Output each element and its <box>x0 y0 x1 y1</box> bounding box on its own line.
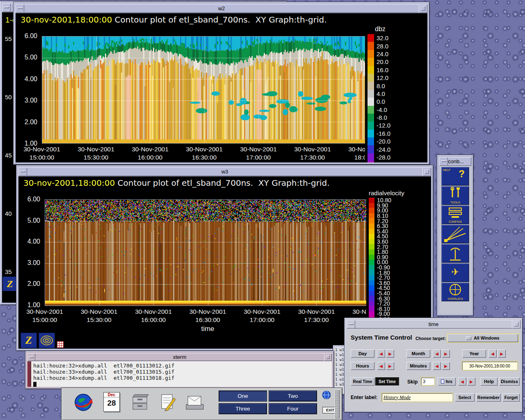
window-w2[interactable]: w2 30-nov-2001,18:00:00 Contour plot of … <box>14 2 429 164</box>
window-menu-button[interactable] <box>2 3 11 12</box>
real-time-button[interactable]: Real Time <box>351 377 374 386</box>
overlays-icon-label: OVERLAYS <box>442 297 469 300</box>
day-next-button[interactable]: ▶ <box>386 349 394 358</box>
beam-icon[interactable] <box>442 225 469 243</box>
window-menu-button[interactable] <box>27 353 35 361</box>
skip-back-button[interactable]: ◀ <box>458 377 466 386</box>
x-tick-date: 30-Nov-2001 <box>182 145 227 153</box>
w3-titlebar[interactable]: w3 <box>18 167 431 176</box>
skip-unit-menu[interactable]: hrs <box>438 377 456 386</box>
iconbox-titlebar[interactable]: iconb... <box>439 157 471 166</box>
workspace-button-four[interactable]: Four <box>269 404 317 414</box>
help-icon[interactable]: HELP ? <box>442 167 469 185</box>
colorbar-entry: -28.0 <box>368 153 426 161</box>
datetime-field[interactable]: 30-Nov-2001,18:00:00 <box>462 362 517 370</box>
x-axis-tick: 30-Nov-2001 15:30:00 <box>73 145 119 162</box>
file-manager-icon[interactable] <box>130 394 149 413</box>
skip-label: Skip <box>407 379 418 385</box>
minutes-prev-button[interactable]: ◀ <box>433 362 441 370</box>
forget-button[interactable]: Forget <box>502 393 520 402</box>
colorbar-entry <box>368 161 426 162</box>
window-maximize-button[interactable] <box>512 320 520 329</box>
hours-button[interactable]: Hours <box>351 362 374 370</box>
time-window-title: time <box>429 321 439 327</box>
remember-button[interactable]: Remember <box>476 393 501 402</box>
hours-next-button[interactable]: ▶ <box>386 362 394 370</box>
zebra-logo-icon[interactable]: Z <box>3 277 17 291</box>
colorbar-entry: 24.0 <box>368 50 426 58</box>
month-button[interactable]: Month <box>406 349 430 358</box>
window-maximize-button[interactable] <box>422 167 431 176</box>
w2-x-axis: 30-Nov-2001 15:00:00 30-Nov-2001 15:30:0… <box>19 145 389 162</box>
window-maximize-button[interactable] <box>324 353 332 361</box>
x-axis-tick: 30-Nov-2001 16:00:00 <box>128 145 173 162</box>
dismiss-button[interactable]: Dismiss <box>499 377 520 386</box>
panel-handle[interactable] <box>335 390 340 418</box>
select-button[interactable]: Select <box>455 393 475 402</box>
skip-forward-button[interactable]: ▶ <box>467 377 475 386</box>
text-item: 5.00 <box>16 54 39 61</box>
w2-titlebar[interactable]: w2 <box>16 4 427 13</box>
window-iconbox[interactable]: iconb... HELP ? TOOLS <box>437 155 473 316</box>
window-time[interactable]: time System Time Control Choose target: … <box>345 318 523 412</box>
minutes-next-button[interactable]: ▶ <box>442 362 450 370</box>
text-item: hail:houze:33>xdump.all etl700_01113015.… <box>33 369 174 375</box>
aircraft-icon[interactable]: ✈ <box>442 264 469 282</box>
label-field[interactable]: History Mode <box>382 393 452 402</box>
grid-tool-icon[interactable] <box>57 341 64 348</box>
globe-status-icon[interactable] <box>322 390 331 402</box>
window-menu-button[interactable] <box>439 157 448 166</box>
x-tick-time: 15:30:00 <box>77 316 122 324</box>
overlays-icon[interactable]: OVERLAYS <box>442 283 469 301</box>
zebra-logo-icon[interactable]: Z <box>21 333 37 348</box>
terminal-area[interactable]: hail:houze:32>xdump.all etl700_01113012.… <box>27 361 332 387</box>
colorbar-swatch <box>369 255 374 260</box>
day-prev-button[interactable]: ◀ <box>377 349 385 358</box>
window-maximize-button[interactable] <box>419 4 427 13</box>
minutes-button[interactable]: Minutes <box>406 362 430 370</box>
hours-prev-button[interactable]: ◀ <box>377 362 385 370</box>
web-browser-icon[interactable] <box>73 392 94 414</box>
colorbar-entry: 32.0 <box>368 34 426 42</box>
year-button[interactable]: Year <box>462 349 486 358</box>
tools-icon[interactable]: TOOLS <box>442 187 469 205</box>
set-time-button[interactable]: Set Time <box>375 377 399 386</box>
contour-tool-icon[interactable] <box>39 333 55 348</box>
antenna-icon[interactable] <box>442 244 469 262</box>
window-menu-button[interactable] <box>18 167 27 176</box>
w2-plot-canvas[interactable] <box>42 37 366 143</box>
workspace-button-two[interactable]: Two <box>269 391 317 401</box>
skip-field[interactable]: 3 <box>421 378 434 385</box>
colorbar-swatch <box>369 203 374 208</box>
workspace-button-one[interactable]: One <box>219 391 267 401</box>
x-tick-date: 30-Nov-2001 <box>185 308 231 316</box>
text-editor-icon[interactable] <box>158 393 177 413</box>
target-option-menu[interactable]: All Windows <box>447 334 518 342</box>
help-button[interactable]: Help <box>480 377 498 386</box>
calendar-icon[interactable]: Dec 28 <box>103 392 120 412</box>
xterm-titlebar[interactable]: xterm <box>27 353 332 361</box>
month-prev-button[interactable]: ◀ <box>433 349 441 358</box>
xterm-scrollbar[interactable] <box>27 361 31 387</box>
day-button[interactable]: Day <box>351 349 374 358</box>
x-tick-date: 30-Nov-2001 <box>236 145 281 153</box>
window-menu-button[interactable] <box>347 320 355 329</box>
configs-icon[interactable]: CONFIGS <box>442 206 469 224</box>
colorbar-swatch <box>368 50 374 58</box>
colorbar-swatch <box>369 291 374 296</box>
w3-plot-canvas[interactable] <box>45 200 370 306</box>
workspace-button-three[interactable]: Three <box>219 404 267 414</box>
text-item: 5.00 <box>18 217 42 224</box>
time-titlebar[interactable]: time <box>347 320 520 329</box>
colorbar-entry: 16.0 <box>368 66 426 74</box>
year-prev-button[interactable]: ◀ <box>488 349 497 358</box>
antenna-glyph-icon <box>442 244 469 262</box>
w3-y-axis: 6.005.004.003.002.001.00 <box>18 196 42 309</box>
window-menu-button[interactable] <box>16 4 24 13</box>
month-next-button[interactable]: ▶ <box>442 349 450 358</box>
desktop: 1-d 5550454035 Z w2 30-nov-2001,18:00:00… <box>0 0 525 420</box>
x-axis-tick: 30-Nov-2001 17:00:00 <box>240 308 285 324</box>
year-next-button[interactable]: ▶ <box>498 349 506 358</box>
window-xterm[interactable]: xterm hail:houze:32>xdump.all etl700_011… <box>25 351 334 389</box>
mail-icon[interactable] <box>185 394 205 413</box>
